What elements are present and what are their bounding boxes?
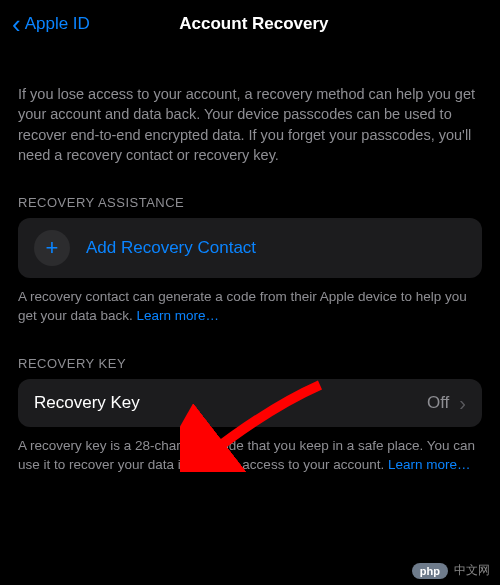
- chevron-right-icon: ›: [459, 393, 466, 413]
- page-title: Account Recovery: [20, 14, 488, 34]
- recovery-key-footer: A recovery key is a 28-character code th…: [18, 437, 482, 475]
- nav-header: ‹ Apple ID Account Recovery: [0, 0, 500, 48]
- plus-circle-icon: +: [34, 230, 70, 266]
- recovery-assistance-header: RECOVERY ASSISTANCE: [18, 195, 482, 210]
- add-recovery-contact-label: Add Recovery Contact: [86, 238, 256, 258]
- recovery-key-value: Off: [427, 393, 449, 413]
- footer-text-content: A recovery contact can generate a code f…: [18, 289, 467, 323]
- recovery-key-cell[interactable]: Recovery Key Off ›: [18, 379, 482, 427]
- watermark-pill: php: [412, 563, 448, 579]
- recovery-key-header: RECOVERY KEY: [18, 356, 482, 371]
- plus-icon: +: [46, 237, 59, 259]
- intro-description: If you lose access to your account, a re…: [18, 84, 482, 165]
- watermark-text: 中文网: [454, 562, 490, 579]
- watermark: php 中文网: [412, 562, 490, 579]
- recovery-assistance-footer: A recovery contact can generate a code f…: [18, 288, 482, 326]
- content-area: If you lose access to your account, a re…: [0, 84, 500, 475]
- learn-more-link[interactable]: Learn more…: [388, 457, 471, 472]
- recovery-key-label: Recovery Key: [34, 393, 427, 413]
- learn-more-link[interactable]: Learn more…: [137, 308, 220, 323]
- add-recovery-contact-button[interactable]: + Add Recovery Contact: [18, 218, 482, 278]
